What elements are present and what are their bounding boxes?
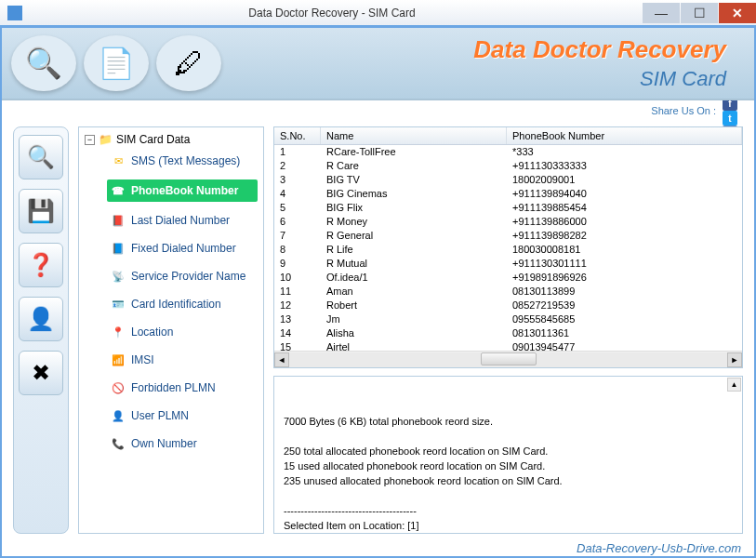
table-row[interactable]: 9R Mutual+911130301111	[274, 257, 742, 271]
cell-sno: 12	[274, 299, 321, 312]
table-row[interactable]: 15Airtel09013945477	[274, 340, 742, 351]
twitter-icon[interactable]: t	[723, 111, 737, 126]
table-row[interactable]: 14Alisha0813011361	[274, 326, 742, 340]
app-title: Data Doctor Recovery	[473, 35, 726, 64]
tree-item[interactable]: 🚫Forbidden PLMN	[107, 379, 258, 397]
cell-sno: 5	[274, 201, 321, 215]
cell-sno: 13	[274, 312, 321, 326]
save-report-button[interactable]: 💾	[19, 189, 63, 233]
table-row[interactable]: 1RCare-TollFree*333	[274, 145, 742, 159]
table-row[interactable]: 3BIG TV18002009001	[274, 173, 742, 187]
tree-item-icon: ☎	[111, 183, 126, 198]
cell-number: +911139894040	[507, 187, 742, 201]
column-header-sno[interactable]: S.No.	[274, 127, 321, 144]
cell-name: Jm	[321, 312, 507, 326]
tree-item[interactable]: 📶IMSI	[107, 351, 258, 369]
table-row[interactable]: 12Robert08527219539	[274, 299, 742, 312]
tree-collapse-icon[interactable]: −	[85, 135, 95, 145]
tree-item-label: Location	[131, 326, 173, 339]
cell-name: Aman	[321, 285, 507, 299]
info-text: 7000 Bytes (6 KB) total phonebook reord …	[284, 416, 563, 534]
table-row[interactable]: 11Aman08130113899	[274, 285, 742, 299]
horizontal-scrollbar[interactable]: ◄ ►	[274, 351, 742, 367]
cell-number: 18002009001	[507, 173, 742, 187]
cell-sno: 15	[274, 340, 321, 351]
about-button[interactable]: 👤	[19, 297, 63, 341]
cell-number: 09555845685	[507, 312, 742, 326]
info-panel: ▲ 7000 Bytes (6 KB) total phonebook reor…	[273, 376, 743, 534]
tree-item-icon: 🪪	[111, 297, 126, 312]
tree-item-label: User PLMN	[131, 409, 189, 422]
cell-name: R General	[321, 229, 507, 243]
titlebar: Data Doctor Recovery - SIM Card — ☐ ✕	[0, 0, 756, 26]
cell-name: R Money	[321, 215, 507, 229]
scroll-left-icon[interactable]: ◄	[274, 352, 289, 367]
sim-scan-icon: 🔍	[11, 35, 76, 91]
tree-item[interactable]: 👤User PLMN	[107, 406, 258, 425]
cell-name: BIG TV	[321, 173, 507, 187]
cell-sno: 11	[274, 285, 321, 299]
tree-item-label: Last Dialed Number	[131, 214, 230, 227]
tree-item[interactable]: ☎PhoneBook Number	[107, 179, 258, 202]
cell-sno: 4	[274, 187, 321, 201]
exit-button[interactable]: ✖	[19, 351, 63, 395]
cell-name: BIG Cinemas	[321, 187, 507, 201]
table-row[interactable]: 8R Life180030008181	[274, 243, 742, 257]
tree-item-icon: 📍	[111, 325, 126, 339]
tree-item[interactable]: 📞Own Number	[107, 434, 258, 453]
tree-item-icon: ✉	[111, 153, 126, 168]
cell-sno: 9	[274, 257, 321, 271]
table-row[interactable]: 10Of.idea/1+919891896926	[274, 271, 742, 285]
tree-item-label: PhoneBook Number	[131, 184, 238, 197]
tree-item[interactable]: 📕Last Dialed Number	[107, 211, 258, 230]
scroll-up-icon[interactable]: ▲	[727, 378, 741, 392]
cell-name: Alisha	[321, 326, 507, 340]
tree-root-label: SIM Card Data	[116, 133, 190, 146]
maximize-button[interactable]: ☐	[681, 3, 718, 23]
phonebook-table: S.No. Name PhoneBook Number 1RCare-TollF…	[273, 126, 743, 368]
close-button[interactable]: ✕	[719, 3, 756, 23]
tree-item[interactable]: 📘Fixed Dialed Number	[107, 239, 258, 258]
tree-item-label: Service Provider Name	[131, 270, 245, 283]
tree-item[interactable]: 📍Location	[107, 323, 258, 341]
tree-item-label: Forbidden PLMN	[131, 381, 216, 394]
cell-sno: 10	[274, 271, 321, 285]
pen-icon: 🖊	[156, 35, 221, 91]
tree-item[interactable]: 🪪Card Identification	[107, 295, 258, 313]
scroll-thumb[interactable]	[481, 352, 537, 365]
tree-item-label: SMS (Text Messages)	[131, 154, 240, 167]
column-header-number[interactable]: PhoneBook Number	[507, 127, 742, 144]
tree-item-icon: 🚫	[111, 380, 126, 395]
tree-item[interactable]: 📡Service Provider Name	[107, 267, 258, 286]
table-row[interactable]: 5BIG Flix+911139885454	[274, 201, 742, 215]
tree-item-icon: 📕	[111, 213, 126, 228]
table-row[interactable]: 7R General+911139898282	[274, 229, 742, 243]
cell-sno: 14	[274, 326, 321, 340]
cell-name: Robert	[321, 299, 507, 312]
column-header-name[interactable]: Name	[321, 127, 507, 144]
cell-number: +911130301111	[507, 257, 742, 271]
cell-number: 09013945477	[507, 340, 742, 351]
cell-name: R Mutual	[321, 257, 507, 271]
table-row[interactable]: 4BIG Cinemas+911139894040	[274, 187, 742, 201]
app-subtitle: SIM Card	[640, 67, 726, 91]
folder-icon: 📁	[99, 133, 113, 146]
tree-item-label: Own Number	[131, 437, 197, 450]
cell-number: +919891896926	[507, 271, 742, 285]
sidebar: 🔍💾❓👤✖	[13, 126, 69, 534]
share-row: Share Us On : gft♡	[2, 100, 754, 121]
table-row[interactable]: 13Jm09555845685	[274, 312, 742, 326]
tree-item[interactable]: ✉SMS (Text Messages)	[107, 152, 258, 170]
cell-name: BIG Flix	[321, 201, 507, 215]
footer-link[interactable]: Data-Recovery-Usb-Drive.com	[577, 541, 741, 555]
table-row[interactable]: 2R Care+911130333333	[274, 159, 742, 173]
window-title: Data Doctor Recovery - SIM Card	[22, 7, 642, 20]
minimize-button[interactable]: —	[643, 3, 680, 23]
cell-number: 0813011361	[507, 326, 742, 340]
scan-sim-button[interactable]: 🔍	[19, 135, 63, 179]
tree-item-icon: 👤	[111, 408, 126, 423]
scroll-right-icon[interactable]: ►	[727, 352, 742, 367]
help-button[interactable]: ❓	[19, 243, 63, 287]
cell-sno: 6	[274, 215, 321, 229]
table-row[interactable]: 6R Money+911139886000	[274, 215, 742, 229]
